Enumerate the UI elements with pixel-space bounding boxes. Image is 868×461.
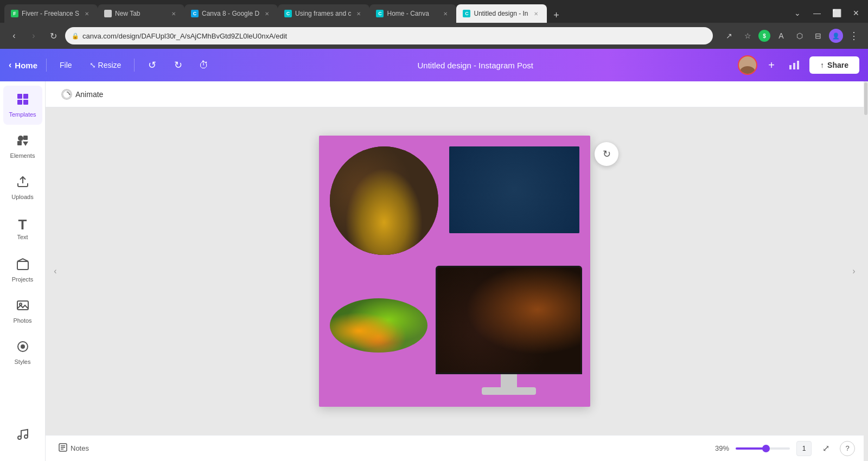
resize-button[interactable]: ⤡ Resize [85,59,126,72]
minimize-icon[interactable]: — [809,5,825,21]
monitor-stand-neck [501,374,517,387]
svg-marker-11 [23,142,28,146]
redo-button[interactable]: ↻ [169,56,187,74]
close-icon[interactable]: ✕ [441,9,450,18]
svg-rect-10 [23,136,28,140]
header-divider-2 [134,59,135,72]
tab-canva8[interactable]: C Canva 8 - Google D ✕ [184,4,278,23]
maximize-icon[interactable]: ⬜ [829,5,844,21]
analytics-button[interactable] [786,56,803,74]
tab-fiverr[interactable]: F Fiverr - Freelance S ✕ [4,4,98,23]
header-title: Untitled design - Instagram Post [221,61,729,70]
close-icon[interactable]: ✕ [532,9,540,18]
close-icon[interactable]: ✕ [82,9,91,18]
tab-untitled[interactable]: C Untitled design - In ✕ [456,4,546,23]
tab-list-icon[interactable]: ⌄ [790,5,805,21]
share-page-icon[interactable]: ↗ [722,28,737,43]
resize-label: Resize [98,61,122,69]
frame-rect-top[interactable] [449,146,579,233]
frame-circle[interactable] [330,146,438,255]
photos-icon [16,299,29,315]
tab-newtab[interactable]: New Tab ✕ [98,4,184,23]
food-photo-3 [330,298,427,353]
svg-rect-2 [789,65,792,69]
right-scrollbar[interactable] [864,81,868,461]
browser-menu-icon[interactable]: ⋮ [846,28,861,43]
sidebar-item-templates[interactable]: Templates [3,86,42,125]
bottom-toolbar: Notes 39% 1 ⤢ ? [46,435,864,461]
templates-icon [16,93,29,109]
sidebar-item-text[interactable]: T Text [3,209,42,248]
svg-rect-14 [17,301,28,310]
text-icon: T [18,217,27,232]
fullscreen-button[interactable]: ⤢ [818,441,833,456]
forward-button[interactable]: › [26,28,41,43]
notes-icon [59,443,67,453]
home-button[interactable]: ‹ Home [9,60,37,70]
sidebar-item-styles[interactable]: Styles [3,333,42,372]
resize-icon: ⤡ [90,61,96,69]
canvas-toolbar: Animate [46,81,864,107]
timer-button[interactable]: ⏱ [195,56,213,74]
browser-profile[interactable]: 👤 [829,29,843,43]
close-window-icon[interactable]: ✕ [848,5,864,21]
zoom-slider[interactable] [736,447,790,450]
address-bar[interactable]: 🔒 canva.com/design/DAFUpl30r_A/sAjCMhBvG… [65,27,713,44]
photos-label: Photos [13,317,31,324]
frame-monitor[interactable] [433,266,585,407]
share-button[interactable]: ↑ Share [809,56,859,74]
svg-rect-13 [17,261,28,270]
sidebar-item-elements[interactable]: Elements [3,127,42,166]
svg-point-18 [18,436,21,439]
uploads-label: Uploads [11,194,33,200]
file-button[interactable]: File [55,59,76,72]
user-avatar[interactable] [738,55,757,75]
animate-button[interactable]: Animate [54,85,110,104]
notes-button[interactable]: Notes [54,441,93,456]
back-button[interactable]: ‹ [7,28,22,43]
tab-label-homecanva: Home - Canva [387,10,438,17]
zoom-slider-thumb[interactable] [762,445,770,452]
tab-bar: F Fiverr - Freelance S ✕ New Tab ✕ C Can… [0,0,868,23]
scroll-arrow-right[interactable]: › [848,260,859,282]
new-tab-button[interactable]: + [549,8,564,23]
sidebar-item-projects[interactable]: Projects [3,251,42,290]
header-right: + ↑ Share [738,55,859,75]
favicon-canva8: C [191,10,199,17]
bookmark-icon[interactable]: ☆ [740,28,755,43]
scrollbar-thumb [864,82,867,115]
styles-icon [16,340,29,356]
elements-label: Elements [10,152,35,159]
help-button[interactable]: ? [840,441,855,456]
tab-homecanva[interactable]: C Home - Canva ✕ [369,4,456,23]
design-canvas[interactable] [319,136,590,407]
sidebar-item-music[interactable] [3,418,42,457]
scroll-arrow-left[interactable]: ‹ [50,260,61,282]
undo-button[interactable]: ↺ [143,56,161,74]
close-icon[interactable]: ✕ [169,9,178,18]
extension-icon-1[interactable]: $ [758,30,770,42]
page-indicator[interactable]: 1 [796,441,812,456]
reload-button[interactable]: ↻ [46,28,61,43]
sidebar-item-uploads[interactable]: Uploads [3,168,42,207]
frame-oval[interactable] [330,298,427,353]
svg-point-1 [740,66,755,75]
tab-label-newtab: New Tab [115,10,166,17]
close-icon[interactable]: ✕ [263,9,271,18]
sidebar-item-photos[interactable]: Photos [3,292,42,331]
refresh-button[interactable]: ↻ [595,142,618,166]
svg-rect-7 [17,100,22,105]
extension-icon-3[interactable]: ⬡ [792,28,807,43]
tab-frames[interactable]: C Using frames and c ✕ [278,4,369,23]
extension-icon-2[interactable]: A [774,28,789,43]
lock-icon: 🔒 [72,33,79,40]
svg-point-17 [21,344,25,349]
svg-rect-5 [17,94,22,99]
zoom-level-display[interactable]: 39% [715,444,729,452]
svg-point-9 [18,136,23,141]
close-icon[interactable]: ✕ [354,9,363,18]
address-text: canva.com/design/DAFUpl30r_A/sAjCMhBvGtd… [82,32,706,40]
add-collaborator-button[interactable]: + [764,57,779,73]
favicon-newtab [104,10,112,17]
split-view-icon[interactable]: ⊟ [810,28,826,43]
